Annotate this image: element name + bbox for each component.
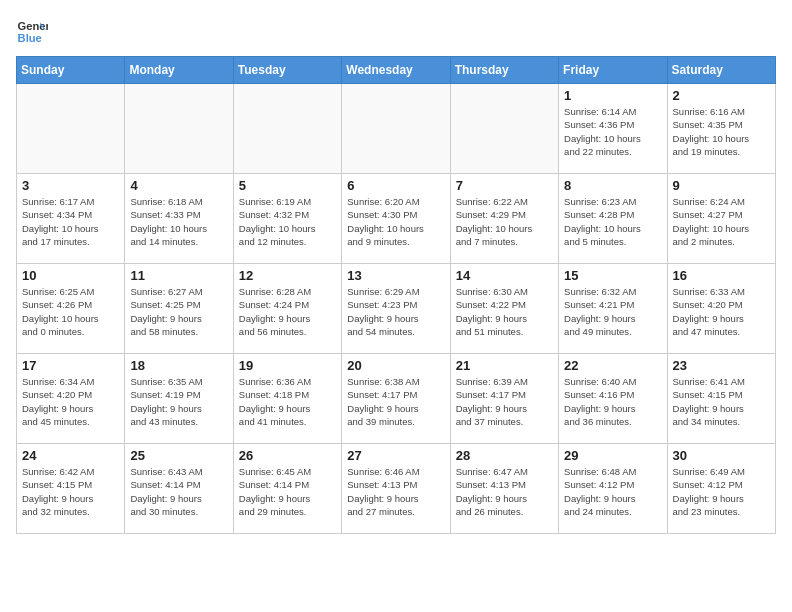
day-info: Sunrise: 6:19 AM Sunset: 4:32 PM Dayligh… bbox=[239, 195, 336, 248]
day-number: 22 bbox=[564, 358, 661, 373]
calendar-cell: 5Sunrise: 6:19 AM Sunset: 4:32 PM Daylig… bbox=[233, 174, 341, 264]
day-number: 16 bbox=[673, 268, 770, 283]
calendar-cell: 24Sunrise: 6:42 AM Sunset: 4:15 PM Dayli… bbox=[17, 444, 125, 534]
day-info: Sunrise: 6:47 AM Sunset: 4:13 PM Dayligh… bbox=[456, 465, 553, 518]
day-number: 18 bbox=[130, 358, 227, 373]
calendar: SundayMondayTuesdayWednesdayThursdayFrid… bbox=[16, 56, 776, 534]
calendar-cell: 22Sunrise: 6:40 AM Sunset: 4:16 PM Dayli… bbox=[559, 354, 667, 444]
day-number: 19 bbox=[239, 358, 336, 373]
day-info: Sunrise: 6:24 AM Sunset: 4:27 PM Dayligh… bbox=[673, 195, 770, 248]
calendar-cell: 18Sunrise: 6:35 AM Sunset: 4:19 PM Dayli… bbox=[125, 354, 233, 444]
day-info: Sunrise: 6:28 AM Sunset: 4:24 PM Dayligh… bbox=[239, 285, 336, 338]
day-info: Sunrise: 6:30 AM Sunset: 4:22 PM Dayligh… bbox=[456, 285, 553, 338]
calendar-cell bbox=[233, 84, 341, 174]
calendar-cell: 25Sunrise: 6:43 AM Sunset: 4:14 PM Dayli… bbox=[125, 444, 233, 534]
calendar-cell bbox=[125, 84, 233, 174]
day-info: Sunrise: 6:20 AM Sunset: 4:30 PM Dayligh… bbox=[347, 195, 444, 248]
day-number: 26 bbox=[239, 448, 336, 463]
day-number: 2 bbox=[673, 88, 770, 103]
day-number: 14 bbox=[456, 268, 553, 283]
col-header-tuesday: Tuesday bbox=[233, 57, 341, 84]
calendar-cell: 27Sunrise: 6:46 AM Sunset: 4:13 PM Dayli… bbox=[342, 444, 450, 534]
day-number: 5 bbox=[239, 178, 336, 193]
calendar-cell: 21Sunrise: 6:39 AM Sunset: 4:17 PM Dayli… bbox=[450, 354, 558, 444]
day-number: 23 bbox=[673, 358, 770, 373]
day-info: Sunrise: 6:16 AM Sunset: 4:35 PM Dayligh… bbox=[673, 105, 770, 158]
day-info: Sunrise: 6:32 AM Sunset: 4:21 PM Dayligh… bbox=[564, 285, 661, 338]
calendar-cell: 12Sunrise: 6:28 AM Sunset: 4:24 PM Dayli… bbox=[233, 264, 341, 354]
day-info: Sunrise: 6:14 AM Sunset: 4:36 PM Dayligh… bbox=[564, 105, 661, 158]
calendar-cell: 28Sunrise: 6:47 AM Sunset: 4:13 PM Dayli… bbox=[450, 444, 558, 534]
calendar-week-row: 24Sunrise: 6:42 AM Sunset: 4:15 PM Dayli… bbox=[17, 444, 776, 534]
calendar-cell bbox=[450, 84, 558, 174]
calendar-cell: 26Sunrise: 6:45 AM Sunset: 4:14 PM Dayli… bbox=[233, 444, 341, 534]
calendar-cell: 6Sunrise: 6:20 AM Sunset: 4:30 PM Daylig… bbox=[342, 174, 450, 264]
calendar-cell: 2Sunrise: 6:16 AM Sunset: 4:35 PM Daylig… bbox=[667, 84, 775, 174]
day-info: Sunrise: 6:18 AM Sunset: 4:33 PM Dayligh… bbox=[130, 195, 227, 248]
calendar-cell: 13Sunrise: 6:29 AM Sunset: 4:23 PM Dayli… bbox=[342, 264, 450, 354]
logo: General Blue bbox=[16, 16, 52, 48]
col-header-friday: Friday bbox=[559, 57, 667, 84]
day-info: Sunrise: 6:40 AM Sunset: 4:16 PM Dayligh… bbox=[564, 375, 661, 428]
day-info: Sunrise: 6:27 AM Sunset: 4:25 PM Dayligh… bbox=[130, 285, 227, 338]
day-number: 4 bbox=[130, 178, 227, 193]
day-info: Sunrise: 6:46 AM Sunset: 4:13 PM Dayligh… bbox=[347, 465, 444, 518]
calendar-cell: 9Sunrise: 6:24 AM Sunset: 4:27 PM Daylig… bbox=[667, 174, 775, 264]
day-info: Sunrise: 6:34 AM Sunset: 4:20 PM Dayligh… bbox=[22, 375, 119, 428]
day-number: 28 bbox=[456, 448, 553, 463]
day-number: 29 bbox=[564, 448, 661, 463]
calendar-cell: 3Sunrise: 6:17 AM Sunset: 4:34 PM Daylig… bbox=[17, 174, 125, 264]
day-number: 9 bbox=[673, 178, 770, 193]
calendar-cell: 10Sunrise: 6:25 AM Sunset: 4:26 PM Dayli… bbox=[17, 264, 125, 354]
calendar-cell: 19Sunrise: 6:36 AM Sunset: 4:18 PM Dayli… bbox=[233, 354, 341, 444]
day-number: 21 bbox=[456, 358, 553, 373]
calendar-cell: 11Sunrise: 6:27 AM Sunset: 4:25 PM Dayli… bbox=[125, 264, 233, 354]
calendar-cell: 8Sunrise: 6:23 AM Sunset: 4:28 PM Daylig… bbox=[559, 174, 667, 264]
col-header-wednesday: Wednesday bbox=[342, 57, 450, 84]
day-number: 15 bbox=[564, 268, 661, 283]
day-number: 24 bbox=[22, 448, 119, 463]
day-info: Sunrise: 6:25 AM Sunset: 4:26 PM Dayligh… bbox=[22, 285, 119, 338]
svg-text:Blue: Blue bbox=[18, 32, 42, 44]
logo-icon: General Blue bbox=[16, 16, 48, 48]
calendar-cell: 16Sunrise: 6:33 AM Sunset: 4:20 PM Dayli… bbox=[667, 264, 775, 354]
day-info: Sunrise: 6:43 AM Sunset: 4:14 PM Dayligh… bbox=[130, 465, 227, 518]
day-number: 10 bbox=[22, 268, 119, 283]
day-info: Sunrise: 6:22 AM Sunset: 4:29 PM Dayligh… bbox=[456, 195, 553, 248]
calendar-cell: 15Sunrise: 6:32 AM Sunset: 4:21 PM Dayli… bbox=[559, 264, 667, 354]
day-number: 3 bbox=[22, 178, 119, 193]
calendar-cell bbox=[17, 84, 125, 174]
header: General Blue bbox=[16, 16, 776, 48]
calendar-cell: 17Sunrise: 6:34 AM Sunset: 4:20 PM Dayli… bbox=[17, 354, 125, 444]
calendar-week-row: 3Sunrise: 6:17 AM Sunset: 4:34 PM Daylig… bbox=[17, 174, 776, 264]
day-info: Sunrise: 6:36 AM Sunset: 4:18 PM Dayligh… bbox=[239, 375, 336, 428]
calendar-cell: 29Sunrise: 6:48 AM Sunset: 4:12 PM Dayli… bbox=[559, 444, 667, 534]
calendar-cell: 7Sunrise: 6:22 AM Sunset: 4:29 PM Daylig… bbox=[450, 174, 558, 264]
col-header-thursday: Thursday bbox=[450, 57, 558, 84]
day-number: 1 bbox=[564, 88, 661, 103]
day-info: Sunrise: 6:23 AM Sunset: 4:28 PM Dayligh… bbox=[564, 195, 661, 248]
day-number: 8 bbox=[564, 178, 661, 193]
calendar-week-row: 10Sunrise: 6:25 AM Sunset: 4:26 PM Dayli… bbox=[17, 264, 776, 354]
day-info: Sunrise: 6:39 AM Sunset: 4:17 PM Dayligh… bbox=[456, 375, 553, 428]
day-number: 11 bbox=[130, 268, 227, 283]
day-number: 25 bbox=[130, 448, 227, 463]
calendar-cell bbox=[342, 84, 450, 174]
day-info: Sunrise: 6:33 AM Sunset: 4:20 PM Dayligh… bbox=[673, 285, 770, 338]
day-info: Sunrise: 6:17 AM Sunset: 4:34 PM Dayligh… bbox=[22, 195, 119, 248]
day-number: 30 bbox=[673, 448, 770, 463]
day-number: 17 bbox=[22, 358, 119, 373]
day-info: Sunrise: 6:29 AM Sunset: 4:23 PM Dayligh… bbox=[347, 285, 444, 338]
day-info: Sunrise: 6:42 AM Sunset: 4:15 PM Dayligh… bbox=[22, 465, 119, 518]
day-number: 27 bbox=[347, 448, 444, 463]
day-number: 13 bbox=[347, 268, 444, 283]
day-number: 12 bbox=[239, 268, 336, 283]
calendar-header-row: SundayMondayTuesdayWednesdayThursdayFrid… bbox=[17, 57, 776, 84]
day-info: Sunrise: 6:35 AM Sunset: 4:19 PM Dayligh… bbox=[130, 375, 227, 428]
day-info: Sunrise: 6:41 AM Sunset: 4:15 PM Dayligh… bbox=[673, 375, 770, 428]
calendar-cell: 23Sunrise: 6:41 AM Sunset: 4:15 PM Dayli… bbox=[667, 354, 775, 444]
calendar-cell: 1Sunrise: 6:14 AM Sunset: 4:36 PM Daylig… bbox=[559, 84, 667, 174]
day-info: Sunrise: 6:49 AM Sunset: 4:12 PM Dayligh… bbox=[673, 465, 770, 518]
day-number: 20 bbox=[347, 358, 444, 373]
day-number: 7 bbox=[456, 178, 553, 193]
